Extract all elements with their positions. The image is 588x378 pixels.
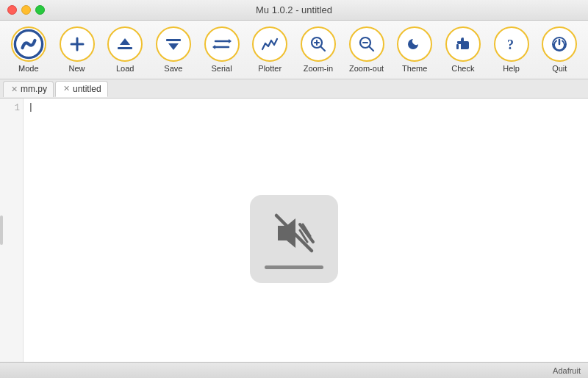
- save-icon-wrap: [156, 26, 191, 62]
- load-label: Load: [116, 64, 134, 73]
- tab-close-mm-py[interactable]: ✕: [11, 85, 18, 94]
- save-label: Save: [164, 64, 182, 73]
- load-button[interactable]: Load: [102, 25, 148, 74]
- zoom-out-label: Zoom-out: [349, 64, 384, 73]
- quit-label: Quit: [552, 64, 567, 73]
- svg-rect-5: [166, 39, 181, 41]
- svg-marker-4: [120, 38, 130, 45]
- theme-icon: [405, 35, 424, 54]
- window-title: Mu 1.0.2 - untitled: [256, 4, 332, 15]
- svg-marker-9: [229, 39, 232, 43]
- quit-icon: [550, 35, 569, 54]
- status-label: Adafruit: [553, 366, 581, 375]
- window-controls[interactable]: [7, 5, 45, 15]
- tabs-bar: ✕ mm.py ✕ untitled: [0, 79, 588, 99]
- svg-line-17: [369, 46, 373, 51]
- svg-line-14: [320, 46, 325, 51]
- serial-button[interactable]: Serial: [199, 25, 245, 74]
- serial-icon: [212, 35, 232, 54]
- serial-icon-wrap: [204, 26, 240, 62]
- help-icon-wrap: ?: [494, 26, 529, 62]
- help-icon: ?: [502, 35, 521, 54]
- load-icon-wrap: [107, 26, 143, 62]
- check-icon: [453, 35, 473, 54]
- theme-button[interactable]: Theme: [392, 25, 437, 74]
- svg-text:?: ?: [507, 38, 514, 52]
- tab-mm-py[interactable]: ✕ mm.py: [3, 81, 54, 97]
- svg-marker-6: [168, 43, 179, 50]
- new-icon: [68, 35, 87, 54]
- serial-label: Serial: [211, 64, 232, 73]
- quit-button[interactable]: Quit: [537, 25, 582, 74]
- zoom-in-label: Zoom-in: [304, 64, 333, 73]
- resize-handle[interactable]: [0, 215, 3, 245]
- zoom-out-icon-wrap: [349, 26, 384, 62]
- mode-icon-wrap: [11, 26, 46, 62]
- mode-label: Mode: [18, 64, 39, 73]
- title-bar: Mu 1.0.2 - untitled: [0, 0, 588, 21]
- mode-button[interactable]: Mode: [6, 25, 51, 74]
- help-button[interactable]: ? Help: [489, 25, 534, 74]
- svg-rect-3: [118, 47, 132, 49]
- status-bar: Adafruit: [0, 362, 588, 378]
- close-button[interactable]: [7, 5, 17, 15]
- editor-area: 1: [0, 99, 588, 362]
- tab-close-untitled[interactable]: ✕: [63, 84, 70, 93]
- plotter-button[interactable]: Plotter: [247, 25, 293, 74]
- line-numbers: 1: [0, 99, 24, 362]
- save-icon: [164, 35, 183, 54]
- help-label: Help: [503, 64, 520, 73]
- plotter-label: Plotter: [258, 64, 282, 73]
- maximize-button[interactable]: [35, 5, 45, 15]
- save-button[interactable]: Save: [151, 25, 196, 74]
- plotter-icon-wrap: [252, 26, 287, 62]
- zoom-in-icon: [309, 35, 328, 54]
- zoom-in-icon-wrap: [301, 26, 336, 62]
- new-button[interactable]: New: [54, 25, 100, 74]
- zoom-out-button[interactable]: Zoom-out: [344, 25, 390, 74]
- check-icon-wrap: [445, 26, 481, 62]
- tab-untitled[interactable]: ✕ untitled: [55, 81, 108, 97]
- svg-rect-18: [456, 44, 459, 49]
- theme-label: Theme: [402, 64, 427, 73]
- toolbar: Mode New Load Save: [0, 21, 588, 79]
- svg-marker-10: [212, 45, 215, 49]
- cursor: [28, 101, 34, 113]
- mute-overlay: [250, 195, 338, 283]
- zoom-in-button[interactable]: Zoom-in: [295, 25, 341, 74]
- check-button[interactable]: Check: [440, 25, 486, 74]
- quit-icon-wrap: [542, 26, 577, 62]
- tab-label-mm-py: mm.py: [21, 84, 47, 94]
- mode-icon: [12, 28, 45, 60]
- zoom-out-icon: [357, 35, 376, 54]
- new-icon-wrap: [60, 26, 95, 62]
- plotter-icon: [260, 35, 279, 54]
- tab-label-untitled: untitled: [73, 84, 101, 94]
- mute-progress-bar: [265, 265, 323, 269]
- line-number-1: 1: [3, 101, 20, 115]
- check-label: Check: [451, 64, 474, 73]
- new-label: New: [69, 64, 85, 73]
- load-icon: [115, 35, 135, 54]
- minimize-button[interactable]: [21, 5, 31, 15]
- mute-icon: [270, 210, 318, 260]
- theme-icon-wrap: [397, 26, 432, 62]
